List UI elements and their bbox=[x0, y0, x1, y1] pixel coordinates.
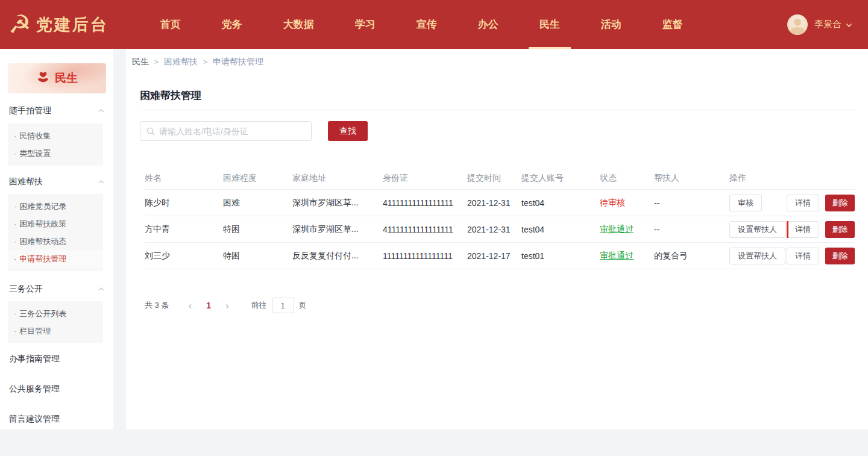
sidebar-item-public-service-management[interactable]: 公共服务管理 bbox=[9, 384, 60, 395]
prev-page-button[interactable]: ‹ bbox=[186, 301, 194, 311]
bullet: · bbox=[14, 131, 16, 140]
detail-button[interactable]: 详情 bbox=[787, 248, 819, 264]
column-header-actions: 操作 bbox=[729, 173, 855, 184]
helper-cell: -- bbox=[654, 198, 729, 208]
sidebar-item-hardship-news[interactable]: ·困难帮扶动态 bbox=[8, 233, 103, 250]
avatar bbox=[787, 14, 808, 35]
submit-time-cell: 2021-12-31 bbox=[467, 225, 521, 234]
pagination: 共 3 条 ‹ 1 › 前往 页 bbox=[145, 297, 307, 314]
column-header-status: 状态 bbox=[600, 173, 654, 184]
id-card-cell: 41111111111111111 bbox=[383, 198, 467, 208]
nav-item-livelihood[interactable]: 民生 bbox=[529, 0, 570, 49]
sidebar-item-public-sentiment[interactable]: ·民情收集 bbox=[8, 127, 103, 145]
set-helper-button[interactable]: 设置帮扶人 bbox=[729, 221, 785, 238]
table-row: 刘三少 特困 反反复复付付付... 11111111111111111 2021… bbox=[145, 243, 855, 269]
nav-item-publicity[interactable]: 宣传 bbox=[406, 0, 447, 49]
user-menu[interactable]: 李景合 bbox=[787, 0, 852, 49]
sidebar-item-three-affairs-list[interactable]: ·三务公开列表 bbox=[8, 305, 103, 322]
main-content: 民生 > 困难帮扶 > 申请帮扶管理 困难帮扶管理 查找 姓名 困难程度 家庭地… bbox=[126, 49, 868, 429]
user-name: 李景合 bbox=[814, 19, 841, 30]
detail-button[interactable]: 详情 bbox=[787, 195, 819, 211]
sidebar-item-hardship-policy[interactable]: ·困难帮扶政策 bbox=[8, 215, 103, 233]
sidebar-group-hardship: ·困难党员记录 ·困难帮扶政策 ·困难帮扶动态 ·申请帮扶管理 bbox=[8, 194, 103, 271]
page-title: 困难帮扶管理 bbox=[140, 89, 201, 102]
bullet: · bbox=[14, 326, 16, 336]
search-box bbox=[140, 121, 312, 141]
breadcrumb-item[interactable]: 申请帮扶管理 bbox=[213, 57, 263, 67]
address-cell: 深圳市罗湖区草... bbox=[292, 198, 383, 208]
sidebar-section-title: 困难帮扶 bbox=[9, 176, 43, 187]
next-page-button[interactable]: › bbox=[223, 301, 231, 311]
breadcrumb-item[interactable]: 民生 bbox=[132, 57, 149, 67]
submitter-cell: test01 bbox=[521, 251, 600, 261]
sidebar-item-hardship-member-records[interactable]: ·困难党员记录 bbox=[8, 198, 103, 215]
nav-item-study[interactable]: 学习 bbox=[345, 0, 386, 49]
nav-item-party-affairs[interactable]: 党务 bbox=[212, 0, 253, 49]
breadcrumb-separator: > bbox=[154, 58, 159, 66]
delete-button[interactable]: 删除 bbox=[825, 248, 855, 264]
sidebar-item-guide-management[interactable]: 办事指南管理 bbox=[9, 354, 60, 364]
table-row: 陈少时 困难 深圳市罗湖区草... 41111111111111111 2021… bbox=[145, 190, 855, 216]
status-badge: 审批通过 bbox=[600, 224, 654, 235]
sidebar-item-type-settings[interactable]: ·类型设置 bbox=[8, 145, 103, 162]
submit-time-cell: 2021-12-31 bbox=[467, 198, 521, 208]
status-badge: 待审核 bbox=[600, 198, 654, 208]
column-header-id-card: 身份证 bbox=[383, 173, 467, 184]
delete-button[interactable]: 删除 bbox=[825, 221, 855, 238]
search-button[interactable]: 查找 bbox=[328, 121, 368, 141]
bullet: · bbox=[14, 309, 16, 318]
status-badge: 审批通过 bbox=[600, 251, 654, 261]
id-card-cell: 41111111111111111 bbox=[383, 225, 467, 234]
sidebar-item-message-suggestion-management[interactable]: 留言建议管理 bbox=[9, 414, 60, 425]
helper-cell: 的复合弓 bbox=[654, 251, 729, 261]
helper-cell: -- bbox=[654, 225, 729, 234]
table-header-row: 姓名 困难程度 家庭地址 身份证 提交时间 提交人账号 状态 帮扶人 操作 bbox=[145, 167, 855, 190]
column-header-submit-time: 提交时间 bbox=[467, 173, 521, 184]
submitter-cell: test04 bbox=[521, 198, 600, 208]
party-emblem-icon: ☭ bbox=[8, 12, 31, 37]
sidebar-group-snapshot: ·民情收集 ·类型设置 bbox=[8, 123, 103, 166]
sidebar-item-column-management[interactable]: ·栏目管理 bbox=[8, 322, 103, 340]
sidebar-item-apply-help-management[interactable]: ·申请帮扶管理 bbox=[8, 250, 103, 267]
search-icon bbox=[146, 127, 155, 136]
address-cell: 反反复复付付付... bbox=[292, 251, 383, 261]
review-button[interactable]: 审核 bbox=[729, 195, 762, 211]
id-card-cell: 11111111111111111 bbox=[383, 251, 467, 261]
level-cell: 困难 bbox=[223, 198, 292, 208]
page-number-current[interactable]: 1 bbox=[206, 301, 211, 310]
name-cell: 陈少时 bbox=[145, 198, 223, 208]
column-header-name: 姓名 bbox=[145, 173, 223, 184]
sidebar-section-hardship[interactable]: 困难帮扶 bbox=[0, 176, 113, 188]
bullet: · bbox=[14, 219, 16, 228]
chevron-down-icon bbox=[846, 19, 852, 30]
sidebar-section-snapshot[interactable]: 随手拍管理 bbox=[0, 105, 113, 117]
nav-item-office[interactable]: 办公 bbox=[468, 0, 509, 49]
breadcrumb-separator: > bbox=[203, 58, 207, 66]
breadcrumb-item[interactable]: 困难帮扶 bbox=[164, 57, 198, 67]
hardship-table: 姓名 困难程度 家庭地址 身份证 提交时间 提交人账号 状态 帮扶人 操作 陈少… bbox=[145, 167, 855, 269]
app-logo: ☭ 党建后台 bbox=[8, 12, 108, 37]
nav-item-supervision[interactable]: 监督 bbox=[652, 0, 693, 49]
sidebar: 民生 随手拍管理 ·民情收集 ·类型设置 困难帮扶 ·困难党员记录 ·困难帮扶政… bbox=[0, 49, 113, 429]
nav-item-home[interactable]: 首页 bbox=[150, 0, 191, 49]
sidebar-banner-label: 民生 bbox=[55, 70, 78, 86]
heart-hands-icon bbox=[36, 70, 50, 87]
actions-cell: 设置帮扶人 详情 删除 bbox=[729, 221, 855, 238]
top-header: ☭ 党建后台 首页 党务 大数据 学习 宣传 办公 民生 活动 监督 李景合 bbox=[0, 0, 868, 49]
goto-page-unit: 页 bbox=[299, 300, 307, 311]
column-header-submitter: 提交人账号 bbox=[521, 173, 600, 184]
nav-item-big-data[interactable]: 大数据 bbox=[273, 0, 324, 49]
chevron-up-icon bbox=[98, 108, 104, 113]
bullet: · bbox=[14, 237, 16, 246]
bullet: · bbox=[14, 149, 16, 158]
sidebar-section-three-affairs[interactable]: 三务公开 bbox=[0, 283, 113, 295]
set-helper-button[interactable]: 设置帮扶人 bbox=[729, 248, 785, 264]
search-input[interactable] bbox=[159, 126, 305, 136]
column-header-helper: 帮扶人 bbox=[654, 173, 729, 184]
actions-cell: 设置帮扶人 详情 删除 bbox=[729, 248, 855, 264]
delete-button[interactable]: 删除 bbox=[825, 195, 855, 211]
name-cell: 方中青 bbox=[145, 224, 223, 235]
nav-item-activities[interactable]: 活动 bbox=[591, 0, 632, 49]
goto-page-input[interactable] bbox=[272, 298, 294, 313]
detail-button[interactable]: 详情 bbox=[787, 221, 819, 238]
